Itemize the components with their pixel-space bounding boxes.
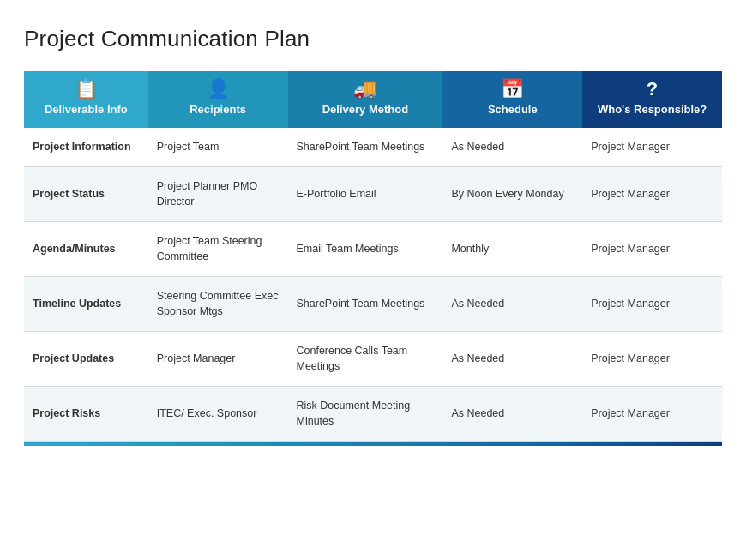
table-row: Agenda/MinutesProject Team Steering Comm… [24,222,722,277]
cell-recipients-row0: Project Team [148,128,288,167]
page-title: Project Communication Plan [24,26,722,52]
table-row: Timeline UpdatesSteering Committee Exec … [24,277,722,332]
cell-deliverable-row0: Project Information [24,128,148,167]
cell-schedule-row2: Monthly [442,222,582,277]
cell-responsible-row2: Project Manager [582,222,722,277]
cell-schedule-row3: As Needed [442,277,582,332]
cell-recipients-row4: Project Manager [148,332,288,387]
cell-delivery-row2: Email Team Meetings [288,222,443,277]
table-footer-bar [24,442,722,446]
cell-schedule-row5: As Needed [442,387,582,442]
responsible-header-icon: ? [589,80,715,99]
recipients-header-icon: 👤 [155,80,281,99]
cell-delivery-row0: SharePoint Team Meetings [288,128,443,167]
table-body: Project InformationProject TeamSharePoin… [24,128,722,442]
cell-responsible-row4: Project Manager [582,332,722,387]
header-recipients: 👤Recipients [148,71,288,128]
schedule-header-icon: 📅 [449,80,575,99]
delivery-header-label: Delivery Method [295,103,436,117]
cell-recipients-row2: Project Team Steering Committee [148,222,288,277]
communication-plan-table: 📋Deliverable Info👤Recipients🚚Delivery Me… [24,71,722,442]
cell-delivery-row5: Risk Document Meeting Minutes [288,387,443,442]
schedule-header-label: Schedule [449,103,575,117]
responsible-header-label: Who's Responsible? [589,103,715,117]
cell-responsible-row3: Project Manager [582,277,722,332]
cell-deliverable-row1: Project Status [24,167,148,222]
recipients-header-label: Recipients [155,103,281,117]
cell-deliverable-row5: Project Risks [24,387,148,442]
table-row: Project InformationProject TeamSharePoin… [24,128,722,167]
delivery-header-icon: 🚚 [295,80,436,99]
table-row: Project RisksITEC/ Exec. SponsorRisk Doc… [24,387,722,442]
header-responsible: ?Who's Responsible? [582,71,722,128]
table-header-row: 📋Deliverable Info👤Recipients🚚Delivery Me… [24,71,722,128]
deliverable-header-icon: 📋 [31,80,141,99]
cell-schedule-row4: As Needed [442,332,582,387]
cell-responsible-row5: Project Manager [582,387,722,442]
cell-schedule-row1: By Noon Every Monday [442,167,582,222]
cell-delivery-row1: E-Portfolio Email [288,167,443,222]
cell-schedule-row0: As Needed [442,128,582,167]
cell-responsible-row0: Project Manager [582,128,722,167]
cell-delivery-row4: Conference Calls Team Meetings [288,332,443,387]
cell-recipients-row3: Steering Committee Exec Sponsor Mtgs [148,277,288,332]
table-row: Project UpdatesProject ManagerConference… [24,332,722,387]
cell-responsible-row1: Project Manager [582,167,722,222]
header-schedule: 📅Schedule [442,71,582,128]
cell-deliverable-row2: Agenda/Minutes [24,222,148,277]
cell-recipients-row5: ITEC/ Exec. Sponsor [148,387,288,442]
header-delivery: 🚚Delivery Method [288,71,443,128]
cell-deliverable-row3: Timeline Updates [24,277,148,332]
cell-delivery-row3: SharePoint Team Meetings [288,277,443,332]
cell-deliverable-row4: Project Updates [24,332,148,387]
deliverable-header-label: Deliverable Info [31,103,141,117]
header-deliverable: 📋Deliverable Info [24,71,148,128]
table-row: Project StatusProject Planner PMO Direct… [24,167,722,222]
cell-recipients-row1: Project Planner PMO Director [148,167,288,222]
